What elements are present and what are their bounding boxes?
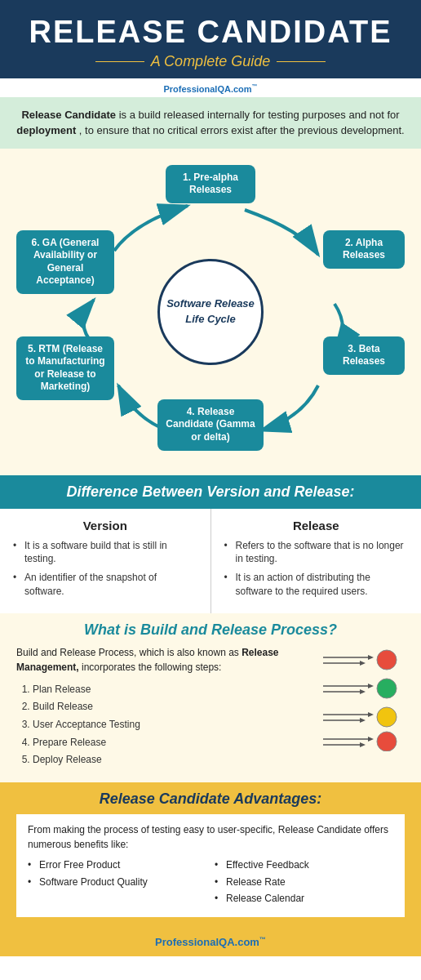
version-header: Version	[13, 519, 197, 532]
version-col: Version It is a software build that is s…	[0, 509, 211, 613]
difference-section-header: Difference Between Version and Release:	[0, 475, 421, 509]
advantages-intro: From making the process of testing easy …	[28, 822, 393, 852]
cycle-container: 1. Pre-alpha Releases 2. Alpha Releases …	[8, 165, 413, 459]
svg-point-20	[377, 732, 397, 751]
build-steps-list: Plan Release Build Release User Acceptan…	[16, 681, 307, 769]
svg-point-5	[377, 650, 397, 670]
lifecycle-section: 1. Pre-alpha Releases 2. Alpha Releases …	[0, 149, 421, 475]
svg-marker-17	[368, 737, 374, 742]
svg-marker-2	[368, 655, 374, 660]
brand-bar: ProfessionalQA.com™	[0, 78, 421, 97]
release-point-2: It is an action of distributing the soft…	[224, 571, 409, 599]
traffic-svg	[315, 645, 405, 751]
definition-term: Release Candidate	[21, 109, 116, 121]
difference-title: Difference Between Version and Release:	[16, 483, 405, 501]
stage-6: 6. GA (General Availability or General A…	[16, 230, 114, 294]
stage-2: 2. Alpha Releases	[323, 230, 405, 269]
adv-item-4: Release Rate	[215, 875, 393, 889]
version-point-2: An identifier of the snapshot of softwar…	[13, 571, 197, 599]
build-content: Build and Release Process, which is also…	[16, 645, 405, 769]
svg-point-10	[377, 679, 397, 698]
version-point-1: It is a software build that is still in …	[13, 539, 197, 567]
main-title: RELEASE CANDIDATE	[16, 15, 405, 50]
footer-brand-name: ProfessionalQA.com™	[155, 936, 266, 948]
traffic-light-visual	[315, 645, 405, 755]
step-5: Deploy Release	[33, 751, 307, 769]
definition-text: is a build released internally for testi…	[119, 109, 400, 121]
step-2: Build Release	[33, 698, 307, 716]
adv-item-5: Release Calendar	[215, 892, 393, 906]
stage-1: 1. Pre-alpha Releases	[166, 165, 255, 203]
version-list: It is a software build that is still in …	[13, 539, 197, 599]
difference-table: Version It is a software build that is s…	[0, 509, 421, 613]
definition-box: Release Candidate is a build released in…	[0, 97, 421, 149]
brand-name: ProfessionalQA.com™	[163, 84, 257, 94]
advantages-lists: Error Free Product Software Product Qual…	[28, 858, 393, 909]
release-header: Release	[224, 519, 409, 532]
build-text: Build and Release Process, which is also…	[16, 645, 307, 769]
advantages-section: Release Candidate Advantages: From makin…	[0, 782, 421, 930]
svg-marker-9	[360, 689, 366, 694]
svg-point-15	[377, 707, 397, 727]
step-1: Plan Release	[33, 681, 307, 699]
advantages-title: Release Candidate Advantages:	[16, 791, 405, 808]
definition-deploy: deployment	[16, 124, 76, 136]
adv-item-3: Effective Feedback	[215, 858, 393, 872]
stage-5: 5. RTM (Release to Manufacturing or Rele…	[16, 336, 114, 400]
svg-marker-14	[360, 718, 366, 723]
adv-item-1: Error Free Product	[28, 858, 206, 872]
advantages-col2: Effective Feedback Release Rate Release …	[215, 858, 393, 909]
advantages-col1: Error Free Product Software Product Qual…	[28, 858, 206, 909]
step-4: Prepare Release	[33, 734, 307, 752]
build-description: Build and Release Process, which is also…	[16, 645, 307, 675]
subtitle: A Complete Guide	[16, 53, 405, 70]
definition-text2: , to ensure that no critical errors exis…	[79, 124, 405, 136]
release-col: Release Refers to the software that is n…	[211, 509, 422, 613]
stage-4: 4. Release Candidate (Gamma or delta)	[157, 399, 264, 451]
step-3: User Acceptance Testing	[33, 716, 307, 734]
build-title: What is Build and Release Process?	[16, 621, 405, 639]
svg-marker-12	[368, 712, 374, 717]
svg-marker-4	[360, 661, 366, 666]
build-section: What is Build and Release Process? Build…	[0, 613, 421, 782]
header-section: RELEASE CANDIDATE A Complete Guide	[0, 0, 421, 78]
release-list: Refers to the software that is no longer…	[224, 539, 409, 599]
svg-marker-7	[368, 684, 374, 688]
stage-3: 3. Beta Releases	[323, 336, 405, 375]
adv-item-2: Software Product Quality	[28, 875, 206, 889]
center-circle: Software Release Life Cycle	[157, 259, 264, 365]
advantages-content: From making the process of testing easy …	[16, 814, 405, 917]
release-point-1: Refers to the software that is no longer…	[224, 539, 409, 567]
svg-marker-19	[360, 742, 366, 747]
footer-brand: ProfessionalQA.com™	[0, 930, 421, 956]
